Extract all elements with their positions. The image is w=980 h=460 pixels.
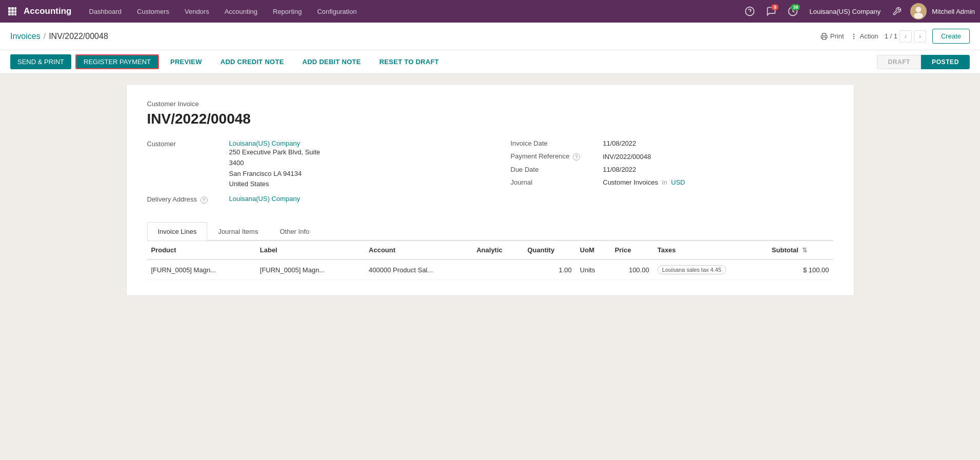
settings-icon[interactable] — [889, 3, 905, 19]
nav-vendors[interactable]: Vendors — [177, 5, 216, 18]
invoice-date-value: 11/08/2022 — [603, 139, 636, 147]
print-label: Print — [830, 32, 844, 40]
svg-rect-3 — [8, 10, 11, 13]
svg-rect-15 — [822, 37, 826, 39]
invoice-card: Customer Invoice INV/2022/00048 Customer… — [126, 84, 854, 296]
th-subtotal: Subtotal ⇅ — [768, 241, 833, 260]
status-steps: DRAFT POSTED — [877, 55, 970, 69]
td-price: 100.00 — [611, 259, 653, 280]
breadcrumb-actions: Print Action 1 / 1 ‹ › Create — [821, 29, 970, 44]
th-price: Price — [611, 241, 653, 260]
company-name: Louisana(US) Company — [809, 8, 881, 15]
invoice-date-row: Invoice Date 11/08/2022 — [511, 139, 833, 147]
nav-reporting[interactable]: Reporting — [266, 5, 309, 18]
right-fields: Invoice Date 11/08/2022 Payment Referenc… — [490, 139, 833, 208]
svg-rect-4 — [11, 10, 14, 13]
breadcrumb: Invoices / INV/2022/00048 — [10, 32, 108, 41]
th-product: Product — [147, 241, 256, 260]
th-label: Label — [256, 241, 365, 260]
support-icon[interactable] — [742, 3, 758, 19]
td-analytic — [472, 259, 523, 280]
delivery-address-field-row: Delivery Address ? Louisana(US) Company — [147, 195, 490, 204]
add-credit-note-button[interactable]: ADD CREDIT NOTE — [213, 54, 291, 69]
invoice-date-label: Invoice Date — [511, 139, 603, 147]
svg-point-16 — [853, 34, 854, 34]
td-subtotal: $ 100.00 — [768, 259, 833, 280]
top-menu: Dashboard Customers Vendors Accounting R… — [82, 5, 364, 18]
tax-badge: Louisana sales tax 4.45 — [657, 265, 726, 274]
address-line4: United States — [229, 179, 321, 190]
payment-ref-label: Payment Reference ? — [511, 152, 603, 161]
table-row[interactable]: [FURN_0005] Magn... [FURN_0005] Magn... … — [147, 259, 833, 280]
svg-rect-6 — [8, 13, 11, 15]
svg-rect-2 — [14, 7, 16, 10]
due-date-label: Due Date — [511, 166, 603, 173]
journal-currency[interactable]: USD — [671, 178, 685, 186]
breadcrumb-bar: Invoices / INV/2022/00048 Print Action 1… — [0, 23, 980, 50]
due-date-row: Due Date 11/08/2022 — [511, 166, 833, 173]
table-header-row: Product Label Account Analytic Quantity … — [147, 241, 833, 260]
payment-ref-help-icon: ? — [573, 153, 580, 161]
td-taxes: Louisana sales tax 4.45 — [653, 259, 768, 280]
print-button[interactable]: Print — [821, 32, 844, 40]
invoice-lines-table: Product Label Account Analytic Quantity … — [147, 241, 833, 280]
th-taxes: Taxes — [653, 241, 768, 260]
payment-ref-row: Payment Reference ? INV/2022/00048 — [511, 152, 833, 161]
address-line2: 3400 — [229, 158, 321, 169]
td-quantity: 1.00 — [523, 259, 575, 280]
th-account: Account — [365, 241, 472, 260]
customer-name[interactable]: Louisana(US) Company — [229, 139, 321, 147]
journal-label: Journal — [511, 178, 603, 186]
journal-in: in — [662, 178, 667, 186]
svg-point-17 — [853, 36, 854, 36]
top-navigation: Accounting Dashboard Customers Vendors A… — [0, 0, 980, 23]
action-bar: SEND & PRINT REGISTER PAYMENT PREVIEW AD… — [0, 50, 980, 74]
pager-next[interactable]: › — [914, 30, 926, 43]
reset-to-draft-button[interactable]: RESET TO DRAFT — [372, 54, 446, 69]
send-print-button[interactable]: SEND & PRINT — [10, 54, 71, 69]
add-debit-note-button[interactable]: ADD DEBIT NOTE — [295, 54, 368, 69]
chat-icon[interactable]: 5 — [763, 3, 779, 19]
nav-accounting[interactable]: Accounting — [217, 5, 265, 18]
nav-configuration[interactable]: Configuration — [310, 5, 364, 18]
grid-menu-icon[interactable] — [5, 4, 19, 18]
svg-rect-8 — [14, 13, 16, 15]
tab-other-info[interactable]: Other Info — [269, 222, 320, 241]
tab-journal-items[interactable]: Journal Items — [207, 222, 269, 241]
chat-badge: 5 — [771, 4, 778, 10]
activity-badge: 38 — [791, 4, 800, 10]
customer-field-row: Customer Louisana(US) Company 250 Execut… — [147, 139, 490, 190]
create-button[interactable]: Create — [932, 29, 970, 44]
svg-point-13 — [916, 7, 922, 12]
payment-ref-value: INV/2022/00048 — [603, 153, 651, 161]
delivery-address-help-icon: ? — [201, 196, 208, 204]
avatar[interactable] — [910, 3, 927, 19]
customer-address: 250 Executive Park Blvd, Suite 3400 San … — [229, 147, 321, 190]
action-button[interactable]: Action — [850, 32, 878, 40]
td-label: [FURN_0005] Magn... — [256, 259, 365, 280]
svg-point-18 — [853, 38, 854, 38]
delivery-address-value[interactable]: Louisana(US) Company — [229, 195, 301, 203]
register-payment-button[interactable]: REGISTER PAYMENT — [75, 54, 159, 69]
address-line3: San Francisco LA 94134 — [229, 169, 321, 179]
user-name: Mitchell Admin — [932, 8, 975, 15]
main-content: Customer Invoice INV/2022/00048 Customer… — [0, 74, 980, 452]
invoice-number: INV/2022/00048 — [147, 111, 833, 127]
nav-dashboard[interactable]: Dashboard — [82, 5, 129, 18]
invoice-tabs: Invoice Lines Journal Items Other Info — [147, 222, 833, 241]
delivery-address-label: Delivery Address ? — [147, 195, 229, 204]
svg-rect-0 — [8, 7, 11, 10]
subtotal-sort-icon[interactable]: ⇅ — [802, 247, 807, 254]
svg-rect-1 — [11, 7, 14, 10]
tab-invoice-lines[interactable]: Invoice Lines — [147, 222, 208, 241]
pager-prev[interactable]: ‹ — [899, 30, 912, 43]
nav-customers[interactable]: Customers — [130, 5, 176, 18]
invoice-fields: Customer Louisana(US) Company 250 Execut… — [147, 139, 833, 208]
journal-row: Journal Customer Invoices in USD — [511, 178, 833, 186]
status-draft: DRAFT — [877, 55, 921, 69]
breadcrumb-current: INV/2022/00048 — [49, 32, 108, 41]
preview-button[interactable]: PREVIEW — [163, 54, 209, 69]
breadcrumb-parent[interactable]: Invoices — [10, 32, 41, 41]
activity-icon[interactable]: 38 — [785, 3, 801, 19]
svg-rect-5 — [14, 10, 16, 13]
